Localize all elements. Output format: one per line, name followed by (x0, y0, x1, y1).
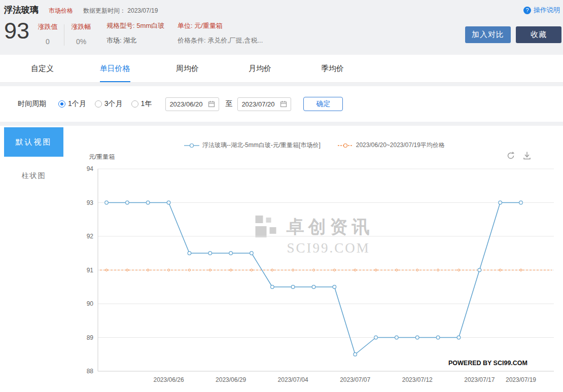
market-price-label: 市场价格 (49, 7, 73, 15)
radio-unselected-icon (131, 100, 138, 108)
calendar-icon (280, 100, 287, 108)
svg-text:2023/07/07: 2023/07/07 (340, 376, 370, 383)
end-date-value: 2023/07/20 (241, 100, 274, 108)
divider (64, 24, 64, 46)
price-chart: 888990919293942023/06/262023/06/292023/0… (66, 126, 563, 392)
add-compare-button[interactable]: 加入对比 (465, 26, 511, 43)
tab-quarterly-avg[interactable]: 季均价 (296, 55, 369, 82)
svg-text:2023/07/17: 2023/07/17 (464, 376, 495, 383)
legend-label: 2023/06/20~2023/07/19平均价格 (356, 141, 445, 150)
calendar-icon (208, 100, 215, 108)
filter-bar: 时间周期 1个月 3个月 1年 2023/06/20 至 2023/07/20 … (0, 86, 563, 122)
market-label: 市场: 湖北 (107, 36, 164, 45)
svg-text:2023/07/04: 2023/07/04 (278, 376, 308, 383)
tab-daily-price[interactable]: 单日价格 (79, 55, 151, 82)
chart-legend: 浮法玻璃--湖北-5mm白玻-元/重量箱[市场价]2023/06/20~2023… (66, 141, 563, 150)
main-panel: 默认视图 柱状图 浮法玻璃--湖北-5mm白玻-元/重量箱[市场价]2023/0… (0, 126, 563, 392)
tab-bar: 自定义 单日价格 周均价 月均价 季均价 (0, 55, 563, 83)
radio-1year-label: 1年 (141, 99, 152, 109)
svg-text:92: 92 (87, 233, 94, 240)
spec-market-block: 规格型号: 5mm白玻 市场: 湖北 (107, 21, 164, 45)
legend-line-icon (338, 143, 353, 148)
refresh-icon[interactable] (506, 151, 515, 160)
tab-custom[interactable]: 自定义 (6, 55, 79, 82)
sidebar-item-bar-chart[interactable]: 柱状图 (4, 171, 63, 181)
start-date-value: 2023/06/20 (169, 100, 202, 108)
spec-label: 规格型号: 5mm白玻 (107, 21, 164, 30)
favorite-button[interactable]: 收藏 (516, 26, 561, 43)
tab-weekly-avg[interactable]: 周均价 (151, 55, 224, 82)
question-icon: ? (523, 7, 531, 14)
change-value: 0 (36, 38, 60, 46)
update-time-value: 2023/07/19 (127, 7, 158, 14)
header: 浮法玻璃 市场价格 数据更新时间： 2023/07/19 ? 操作说明 93 涨… (0, 0, 563, 55)
unit-condition-block: 单位: 元/重量箱 价格条件: 承兑价,厂提,含税... (178, 21, 263, 45)
radio-unselected-icon (95, 100, 102, 108)
help-label: 操作说明 (534, 6, 560, 15)
svg-text:2023/07/19: 2023/07/19 (506, 376, 536, 383)
update-time: 数据更新时间： 2023/07/19 (83, 7, 158, 15)
svg-text:91: 91 (87, 267, 94, 274)
sidebar-item-default-view[interactable]: 默认视图 (4, 127, 63, 157)
svg-text:93: 93 (87, 199, 94, 206)
chart-area: 浮法玻璃--湖北-5mm白玻-元/重量箱[市场价]2023/06/20~2023… (66, 126, 563, 392)
update-time-label: 数据更新时间： (83, 7, 126, 14)
legend-item[interactable]: 2023/06/20~2023/07/19平均价格 (338, 141, 445, 150)
radio-3month-label: 3个月 (104, 99, 123, 109)
change-value-block: 涨跌值 0 (36, 22, 60, 46)
powered-by: POWERED BY SCI99.COM (448, 360, 527, 367)
svg-text:2023/06/29: 2023/06/29 (216, 376, 246, 383)
page-title: 浮法玻璃 (4, 4, 39, 16)
svg-text:88: 88 (87, 368, 94, 375)
svg-text:2023/07/12: 2023/07/12 (402, 376, 433, 383)
to-label: 至 (225, 99, 232, 109)
change-label: 涨跌值 (36, 22, 60, 31)
legend-line-icon (184, 143, 199, 148)
legend-label: 浮法玻璃--湖北-5mm白玻-元/重量箱[市场价] (202, 141, 321, 150)
confirm-button[interactable]: 确定 (303, 97, 343, 111)
chart-toolbar (506, 151, 532, 160)
y-axis-label: 元/重量箱 (89, 153, 115, 161)
download-icon[interactable] (522, 151, 532, 160)
radio-1month[interactable]: 1个月 (58, 99, 86, 109)
legend-item[interactable]: 浮法玻璃--湖北-5mm白玻-元/重量箱[市场价] (184, 141, 321, 150)
change-pct-label: 涨跌幅 (69, 22, 93, 31)
current-price: 93 (4, 18, 29, 44)
svg-text:90: 90 (87, 300, 94, 307)
radio-1year[interactable]: 1年 (131, 99, 152, 109)
radio-3month[interactable]: 3个月 (95, 99, 123, 109)
period-label: 时间周期 (18, 99, 46, 109)
change-pct-value: 0% (69, 38, 93, 46)
start-date-input[interactable]: 2023/06/20 (165, 97, 219, 111)
svg-text:89: 89 (87, 334, 94, 341)
end-date-input[interactable]: 2023/07/20 (237, 97, 291, 111)
radio-selected-icon (58, 100, 65, 108)
condition-label: 价格条件: 承兑价,厂提,含税... (178, 36, 263, 45)
radio-1month-label: 1个月 (68, 99, 86, 109)
change-pct-block: 涨跌幅 0% (69, 22, 93, 46)
unit-label: 单位: 元/重量箱 (178, 21, 263, 30)
help-link[interactable]: ? 操作说明 (523, 6, 560, 15)
tab-monthly-avg[interactable]: 月均价 (224, 55, 296, 82)
svg-text:94: 94 (87, 165, 94, 172)
svg-text:2023/06/26: 2023/06/26 (154, 376, 184, 383)
